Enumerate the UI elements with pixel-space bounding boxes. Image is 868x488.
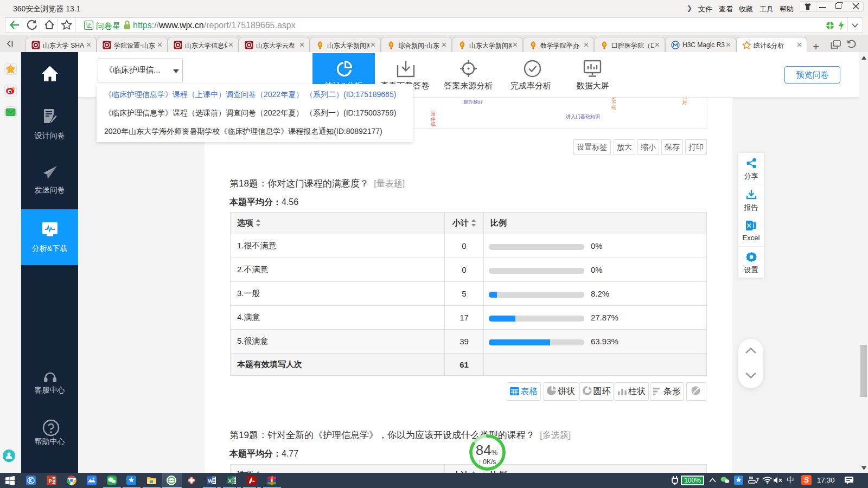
svg-text:W: W — [208, 478, 213, 484]
svg-text:P: P — [49, 478, 52, 484]
svg-text:X: X — [228, 478, 232, 484]
